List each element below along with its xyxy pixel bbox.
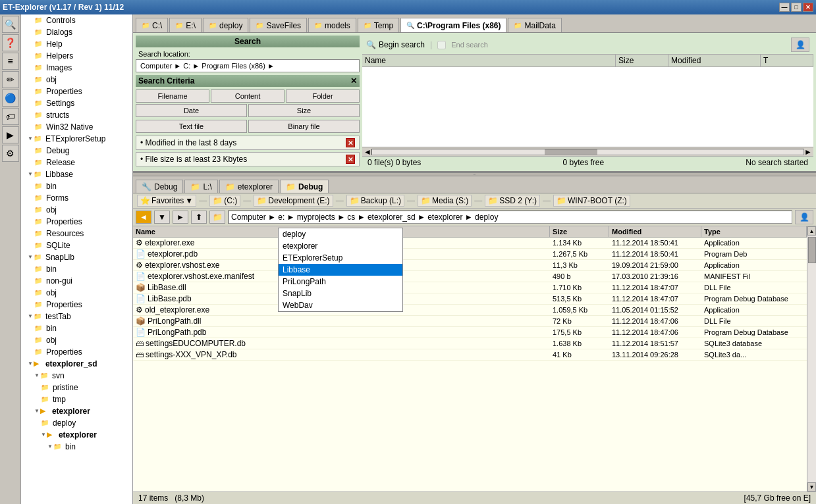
tree-item-etexplorer[interactable]: ▼▶etexplorer: [21, 405, 132, 417]
toolbar-gear-icon[interactable]: ⚙: [2, 145, 19, 162]
file-row[interactable]: ⚙etexplorer.exe 1.134 Kb11.12.2014 18:50…: [133, 238, 807, 249]
tab-l[interactable]: 📁L:\: [184, 180, 217, 193]
minimize-button[interactable]: —: [779, 3, 790, 12]
filter-modified-remove[interactable]: ✕: [346, 138, 355, 147]
file-row[interactable]: 🗃settingsEDUCOMPUTER.db 1.638 Kb11.12.20…: [133, 338, 807, 349]
toolbar-edit-icon[interactable]: ✏: [2, 71, 19, 88]
tree-item-svn[interactable]: ▼📁svn: [21, 370, 132, 382]
fav-c[interactable]: 📁(C:): [209, 195, 240, 207]
tree-item-libbase[interactable]: ▼📁Libbase: [21, 168, 132, 180]
criteria-textfile[interactable]: Text file: [136, 120, 247, 133]
back-dropdown[interactable]: ▼: [154, 211, 170, 224]
criteria-folder[interactable]: Folder: [286, 89, 360, 103]
tab-e[interactable]: 📁E:\: [169, 18, 202, 32]
tree-item[interactable]: 📁Forms: [21, 192, 132, 204]
results-hscrollbar[interactable]: ◄ ►: [362, 147, 813, 156]
search-location-path[interactable]: Computer ► C: ► Program Files (x86) ►: [136, 59, 360, 72]
tab-deploy[interactable]: 📁deploy: [203, 18, 248, 32]
profile-button2[interactable]: 👤: [795, 210, 813, 224]
tree-item-etexplorer2[interactable]: ▼▶etexplorer: [21, 429, 132, 441]
scroll-track[interactable]: [807, 236, 816, 482]
address-bar[interactable]: Computer ► e: ► myprojects ► cs ► etexpl…: [228, 211, 792, 224]
tree-item[interactable]: 📁structs: [21, 109, 132, 121]
criteria-collapse-icon[interactable]: ✕: [350, 76, 357, 86]
file-row[interactable]: 📦PriLongPath.dll 72 Kb11.12.2014 18:47:0…: [133, 316, 807, 327]
tree-item[interactable]: 📁Debug: [21, 145, 132, 157]
tree-item[interactable]: 📁bin: [21, 322, 132, 334]
criteria-content[interactable]: Content: [211, 89, 285, 103]
maximize-button[interactable]: □: [791, 3, 802, 12]
criteria-filename[interactable]: Filename: [136, 89, 209, 103]
tree-item[interactable]: 📁bin: [21, 180, 132, 192]
tree-item[interactable]: 📁Win32 Native: [21, 121, 132, 133]
col-modified[interactable]: Modified: [609, 226, 701, 237]
file-row[interactable]: 📦LibBase.dll 1.710 Kb11.12.2014 18:47:07…: [133, 282, 807, 293]
toolbar-help-icon[interactable]: ❓: [2, 34, 19, 51]
file-row[interactable]: 📄LibBase.pdb 513,5 Kb11.12.2014 18:47:07…: [133, 293, 807, 305]
tree-item[interactable]: 📁tmp: [21, 393, 132, 405]
tab-etexplorer[interactable]: 📁etexplorer: [219, 180, 279, 193]
up-button[interactable]: ⬆: [191, 211, 207, 224]
hscroll-thumb[interactable]: [545, 149, 597, 155]
toolbar-search-icon[interactable]: 🔍: [2, 16, 19, 33]
profile-button[interactable]: 👤: [791, 38, 809, 52]
autocomplete-item-webdav[interactable]: WebDav: [279, 299, 402, 311]
tree-item[interactable]: 📁Dialogs: [21, 26, 132, 38]
tree-item-etexplorer-sd[interactable]: ▼▶etexplorer_sd: [21, 358, 132, 370]
folder-button[interactable]: 📁: [209, 211, 225, 224]
tree-item[interactable]: 📁Properties: [21, 86, 132, 97]
hscroll-track[interactable]: [371, 149, 804, 155]
autocomplete-item-snaplib[interactable]: SnapLib: [279, 288, 402, 299]
toolbar-circle-icon[interactable]: 🔵: [2, 89, 19, 107]
toolbar-tag-icon[interactable]: 🏷: [2, 108, 19, 125]
tree-item[interactable]: 📁obj: [21, 334, 132, 346]
tab-c[interactable]: 📁C:\: [136, 18, 168, 32]
autocomplete-item-deploy[interactable]: deploy: [279, 228, 402, 240]
scroll-down-button[interactable]: ▼: [807, 482, 816, 491]
file-row[interactable]: 🗃settings-XXX_VPN_XP.db 41 Kb13.11.2014 …: [133, 349, 807, 361]
toolbar-play-icon[interactable]: ▶: [2, 126, 19, 143]
criteria-binaryfile[interactable]: Binary file: [248, 120, 360, 133]
toolbar-list-icon[interactable]: ≡: [2, 53, 19, 70]
favorites-dropdown[interactable]: ⭐Favorites▼: [137, 195, 196, 207]
tree-item-etexplorersetup[interactable]: ▼📁ETExplorerSetup: [21, 133, 132, 145]
tree-item-testtab[interactable]: ▼📁testTab: [21, 311, 132, 322]
tree-item[interactable]: 📁pristine: [21, 382, 132, 393]
tree-item[interactable]: 📁SQLite: [21, 239, 132, 251]
tree-item[interactable]: 📁non-gui: [21, 275, 132, 287]
tree-item[interactable]: 📁Settings: [21, 97, 132, 109]
begin-search-button[interactable]: 🔍 Begin search: [366, 40, 425, 49]
tree-item-bin[interactable]: ▼📁bin: [21, 441, 132, 453]
criteria-date[interactable]: Date: [136, 104, 247, 117]
scroll-thumb[interactable]: [808, 237, 816, 263]
scroll-up-button[interactable]: ▲: [807, 226, 816, 236]
fav-z[interactable]: 📁WIN7-BOOT (Z:): [553, 195, 630, 207]
tree-item[interactable]: 📁Help: [21, 38, 132, 50]
tree-item[interactable]: 📁Helpers: [21, 50, 132, 62]
tree-item[interactable]: 📁Properties: [21, 346, 132, 358]
file-row[interactable]: ⚙old_etexplorer.exe 1.059,5 Kb11.05.2014…: [133, 305, 807, 316]
tree-item-release[interactable]: 📁Release: [21, 157, 132, 168]
tree-item[interactable]: 📁bin: [21, 263, 132, 275]
tree-item[interactable]: 📁Resources: [21, 228, 132, 239]
file-list-scrollbar[interactable]: ▲ ▼: [807, 226, 816, 491]
forward-button[interactable]: ►: [173, 211, 188, 224]
col-type[interactable]: Type: [701, 226, 807, 237]
tree-item[interactable]: 📁obj: [21, 74, 132, 86]
fav-y[interactable]: 📁SSD 2 (Y:): [485, 195, 540, 207]
tree-item[interactable]: 📁Controls: [21, 14, 132, 26]
tab-programfiles[interactable]: 🔍C:\Program Files (x86): [400, 18, 506, 32]
tree-item[interactable]: 📁obj: [21, 204, 132, 216]
tab-models[interactable]: 📁models: [308, 18, 356, 32]
fav-l[interactable]: 📁Backup (L:): [346, 195, 404, 207]
tree-item[interactable]: 📁obj: [21, 287, 132, 299]
file-row[interactable]: ⚙etexplorer.vshost.exe 11,3 Kb19.09.2014…: [133, 260, 807, 271]
back-button[interactable]: ◄: [136, 211, 151, 224]
close-button[interactable]: ✕: [803, 3, 813, 12]
tab-savefiles[interactable]: 📁SaveFiles: [250, 18, 307, 32]
file-row[interactable]: 📄etexplorer.vshost.exe.manifest 490 b17.…: [133, 271, 807, 282]
tree-item[interactable]: 📁Images: [21, 62, 132, 74]
tree-item-snaplib[interactable]: ▼📁SnapLib: [21, 251, 132, 263]
criteria-size[interactable]: Size: [248, 104, 360, 117]
tree-item[interactable]: 📁Properties: [21, 216, 132, 228]
